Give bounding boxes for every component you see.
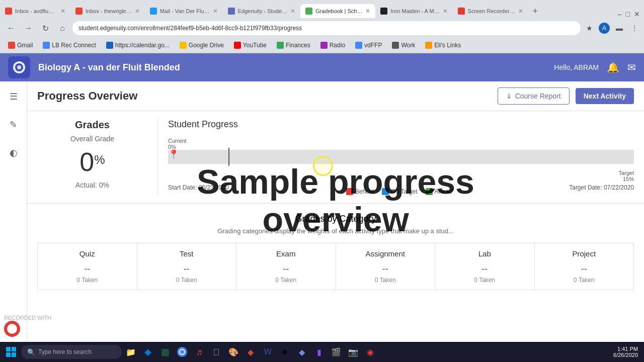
col-test-name: Test <box>141 249 232 258</box>
target-date: Target Date: 07/22/2020 <box>569 184 634 195</box>
course-report-button[interactable]: ⇓ Course Report <box>498 87 570 105</box>
screenrecorder-favicon <box>458 8 465 15</box>
bookmark-gmail[interactable]: Gmail <box>4 41 37 50</box>
bookmark-radio[interactable]: Radio <box>316 41 349 50</box>
taskbar-search-placeholder: Type here to search <box>38 348 92 355</box>
taskbar-calculator[interactable]: ⎕ <box>208 344 224 360</box>
taskbar-powerpoint[interactable]: ◆ <box>243 344 259 360</box>
taskbar-excel[interactable]: ▩ <box>157 344 173 360</box>
taskbar-edge[interactable]: ◆ <box>140 344 156 360</box>
sidebar: ☰ ✎ ◐ <box>0 81 27 362</box>
grade-percent: % <box>94 153 105 167</box>
taskbar-itunes[interactable]: ♬ <box>191 344 207 360</box>
tab-ironmaiden[interactable]: Iron Maiden - A M… ✕ <box>375 4 452 18</box>
svg-point-9 <box>180 350 184 354</box>
new-tab-button[interactable]: + <box>528 4 542 18</box>
taskbar-chrome[interactable] <box>174 344 190 360</box>
address-bar[interactable] <box>72 21 581 35</box>
start-button[interactable] <box>2 343 20 361</box>
close-button[interactable]: ✕ <box>634 10 640 18</box>
bookmark-calendar[interactable]: https://calendar.go... <box>102 41 174 50</box>
tab-ironmaiden-close[interactable]: ✕ <box>443 8 448 15</box>
gmail2-favicon <box>75 8 83 15</box>
page-header: Progress Overview ⇓ Course Report Next A… <box>27 81 644 111</box>
col-project-value: -- <box>539 264 630 275</box>
tab-gmail1-title: Inbox - avdflu… <box>15 8 57 14</box>
bookmark-google-drive[interactable]: Google Drive <box>176 41 228 50</box>
bookmark-finances[interactable]: Finances <box>273 41 314 50</box>
vdffp-icon <box>355 42 362 49</box>
grades-by-category-section: Grades by Category Grading categories di… <box>27 204 644 300</box>
bookmark-star-icon[interactable]: ★ <box>584 23 595 34</box>
col-assignment-value: -- <box>340 264 431 275</box>
profile-icon[interactable]: A <box>599 23 610 34</box>
gmail1-favicon <box>5 8 12 15</box>
next-activity-button[interactable]: Next Activity <box>576 88 634 104</box>
taskbar-screencast[interactable]: ◉ <box>362 344 378 360</box>
bookmark-elis-links[interactable]: Eli's Links <box>421 41 465 50</box>
lb-rec-icon <box>43 42 50 49</box>
back-button[interactable]: ← <box>4 21 18 35</box>
gmail-bookmark-icon <box>8 42 15 49</box>
tab-mail-close[interactable]: ✕ <box>213 8 218 15</box>
mail-favicon <box>150 8 157 15</box>
grades-panel: Grades Overall Grade 0 % Actual: 0% <box>37 119 158 195</box>
taskbar-media[interactable]: 🎬 <box>328 344 344 360</box>
elis-links-icon <box>425 42 432 49</box>
taskbar-word[interactable]: W <box>260 344 276 360</box>
bookmark-vdffp[interactable]: vdFFP <box>351 41 386 50</box>
radio-icon <box>320 42 328 49</box>
current-label: Current <box>168 138 187 144</box>
tab-screenrecorder-title: Screen Recorder… <box>468 8 515 14</box>
page-title: Progress Overview <box>37 89 492 103</box>
greeting-text[interactable]: Hello, ABRAM <box>554 63 599 71</box>
tab-gmail2-close[interactable]: ✕ <box>135 8 140 15</box>
home-button[interactable]: ⌂ <box>55 21 69 35</box>
col-project: Project -- 0 Taken <box>535 243 634 290</box>
bookmark-lb-rec[interactable]: LB Rec Connect <box>39 41 100 50</box>
tab-mail[interactable]: Mail - Van Der Flu… ✕ <box>145 4 223 18</box>
sidebar-edit-icon[interactable]: ✎ <box>5 116 23 134</box>
target-info: Target 15% <box>618 170 634 182</box>
notifications-icon[interactable]: 🔔 <box>607 61 619 73</box>
chrome-icon <box>177 347 187 357</box>
tab-gmail1-close[interactable]: ✕ <box>60 8 65 15</box>
tab-edgenuity-close[interactable]: ✕ <box>290 8 295 15</box>
minimize-button[interactable]: – <box>618 10 622 18</box>
windows-logo-icon <box>6 346 17 357</box>
sidebar-chart-icon[interactable]: ◐ <box>5 144 23 162</box>
tab-screenrecorder[interactable]: Screen Recorder… ✕ <box>453 4 528 18</box>
progress-track: 📍 <box>168 150 634 164</box>
sidebar-menu-icon[interactable]: ☰ <box>5 87 23 106</box>
bookmark-youtube[interactable]: YouTube <box>230 41 271 50</box>
taskbar-photos[interactable]: 📷 <box>345 344 361 360</box>
ironmaiden-favicon <box>380 8 387 15</box>
col-lab: Lab -- 0 Taken <box>435 243 535 290</box>
tab-gmail2[interactable]: Inbox - thewrigle… ✕ <box>70 4 145 18</box>
taskbar-twitch[interactable]: ▮ <box>311 344 327 360</box>
overall-grade-value: 0 % <box>37 147 147 177</box>
taskbar-file-explorer[interactable]: 📁 <box>123 344 139 360</box>
refresh-button[interactable]: ↻ <box>38 21 52 35</box>
tab-ironmaiden-title: Iron Maiden - A M… <box>390 8 439 14</box>
overall-grade-label: Overall Grade <box>37 135 147 143</box>
messages-icon[interactable]: ✉ <box>627 61 636 73</box>
taskbar: 🔍 Type here to search 📁 ◆ ▩ ♬ ⎕ 🎨 ◆ W ♣ … <box>0 342 644 362</box>
taskbar-steam[interactable]: ♣ <box>277 344 293 360</box>
app-body: ☰ ✎ ◐ Sample progress overview Progress … <box>0 81 644 362</box>
tab-gradebook-close[interactable]: ✕ <box>365 8 370 15</box>
menu-icon[interactable]: ⋮ <box>629 23 640 34</box>
tab-gmail1[interactable]: Inbox - avdflu… ✕ <box>0 4 70 18</box>
current-position-marker: 📍 <box>168 149 179 160</box>
tab-edgenuity[interactable]: Edgenuity - Stude… ✕ <box>223 4 300 18</box>
tab-screenrecorder-close[interactable]: ✕ <box>518 8 523 15</box>
target-line <box>228 148 229 166</box>
tab-gradebook[interactable]: Gradebook | Sch… ✕ <box>300 4 375 18</box>
taskbar-discord[interactable]: ◆ <box>294 344 310 360</box>
maximize-button[interactable]: □ <box>626 10 630 18</box>
taskbar-paint[interactable]: 🎨 <box>225 344 242 360</box>
bookmark-work[interactable]: Work <box>388 41 419 50</box>
extensions-icon[interactable]: ▬ <box>614 23 625 34</box>
forward-button[interactable]: → <box>21 21 35 35</box>
taskbar-search-box[interactable]: 🔍 Type here to search <box>21 345 122 359</box>
